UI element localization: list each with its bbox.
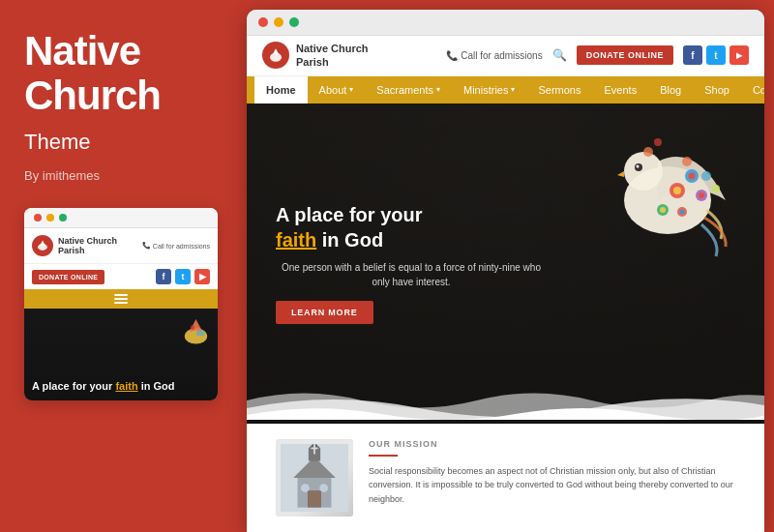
mobile-bird-decoration <box>179 316 213 356</box>
svg-point-27 <box>654 138 662 146</box>
mobile-dot-green <box>59 214 67 222</box>
hero-cta-button[interactable]: LEARN MORE <box>276 301 373 324</box>
svg-rect-37 <box>319 484 328 492</box>
site-logo-name: Native Church Parish <box>296 42 369 70</box>
theme-title: Native Church <box>24 29 218 118</box>
theme-subtitle: Theme <box>24 130 218 155</box>
phone-icon: 📞 <box>446 50 458 61</box>
nav-chevron-about: ▾ <box>349 85 353 94</box>
mobile-social-icons: f t ▶ <box>156 269 210 284</box>
browser-dot-green[interactable] <box>289 17 299 27</box>
svg-marker-7 <box>272 49 280 56</box>
mobile-bird-logo <box>36 239 49 252</box>
nav-item-about[interactable]: About ▾ <box>308 76 366 103</box>
svg-point-25 <box>712 185 720 192</box>
mobile-hero-text: A place for your faith in God <box>32 379 175 393</box>
svg-marker-3 <box>190 319 203 332</box>
nav-item-blog[interactable]: Blog <box>648 76 693 103</box>
nav-item-contacts[interactable]: Contacts <box>741 76 764 103</box>
site-logo-area: Native Church Parish <box>262 42 369 70</box>
svg-rect-36 <box>301 484 310 492</box>
site-donate-button[interactable]: DONATE ONLINE <box>577 45 673 65</box>
browser-window: Native Church Parish 📞 Call for admissio… <box>247 10 764 532</box>
mobile-twitter-icon[interactable]: t <box>175 269 191 284</box>
mobile-youtube-icon[interactable]: ▶ <box>194 269 210 284</box>
svg-point-4 <box>191 326 195 331</box>
nav-item-home[interactable]: Home <box>254 76 308 103</box>
hamburger-line-3 <box>114 302 128 304</box>
hero-bird-decoration <box>590 113 745 268</box>
nav-item-shop[interactable]: Shop <box>693 76 741 103</box>
svg-point-20 <box>699 192 704 198</box>
mobile-bird-svg <box>179 316 213 350</box>
hero-wave <box>247 381 764 424</box>
hero-text-area: A place for your faith in God One person… <box>276 202 547 324</box>
svg-point-24 <box>701 171 711 181</box>
search-icon[interactable]: 🔍 <box>552 48 567 62</box>
site-header-right: 📞 Call for admissions 🔍 DONATE ONLINE f … <box>446 45 749 65</box>
browser-content: Native Church Parish 📞 Call for admissio… <box>247 36 764 532</box>
site-social-icons: f t ▶ <box>683 45 749 65</box>
nav-chevron-sacraments: ▾ <box>436 85 440 94</box>
site-header: Native Church Parish 📞 Call for admissio… <box>247 36 764 76</box>
svg-point-26 <box>643 147 653 157</box>
mission-image <box>276 439 353 517</box>
mobile-site-header: Native Church Parish 📞 Call for admissio… <box>24 228 218 264</box>
svg-point-2 <box>185 329 207 344</box>
mobile-hamburger-bar <box>24 289 218 309</box>
svg-point-22 <box>680 209 685 214</box>
theme-author: By imithemes <box>24 168 218 183</box>
hamburger-line-2 <box>114 298 128 300</box>
site-bird-logo <box>267 46 284 64</box>
svg-point-23 <box>682 157 692 166</box>
svg-point-14 <box>673 187 681 194</box>
nav-item-sacraments[interactable]: Sacraments ▾ <box>365 76 452 103</box>
nav-chevron-ministries: ▾ <box>511 85 515 94</box>
browser-dot-red[interactable] <box>258 17 268 27</box>
svg-marker-1 <box>40 241 45 247</box>
mission-label: OUR MISSION <box>369 439 735 449</box>
mission-body: Social responsibility becomes an aspect … <box>369 464 735 506</box>
nav-item-ministries[interactable]: Ministries ▾ <box>452 76 526 103</box>
mobile-hero-section: A place for your faith in God <box>24 309 218 400</box>
mobile-donate-bar: DONATE ONLINE f t ▶ <box>24 264 218 289</box>
site-logo-icon <box>262 42 289 69</box>
svg-point-11 <box>637 164 640 167</box>
mission-section: OUR MISSION Social responsibility become… <box>247 424 764 532</box>
mission-text-area: OUR MISSION Social responsibility become… <box>369 439 735 506</box>
nav-item-sermons[interactable]: Sermons <box>526 76 592 103</box>
browser-dot-yellow[interactable] <box>274 17 283 27</box>
site-hero-section: A place for your faith in God One person… <box>247 103 764 424</box>
site-youtube-icon[interactable]: ▶ <box>729 45 749 65</box>
mobile-logo-area: Native Church Parish <box>32 235 117 256</box>
svg-rect-35 <box>308 490 321 508</box>
hamburger-line-1 <box>114 294 128 296</box>
mobile-logo-icon <box>32 235 53 256</box>
mission-church-svg <box>281 444 348 512</box>
site-twitter-icon[interactable]: t <box>706 45 726 65</box>
mission-underline <box>369 455 398 457</box>
hero-title: A place for your faith in God <box>276 202 547 252</box>
left-sidebar: Native Church Theme By imithemes Native … <box>0 0 242 532</box>
mobile-church-name: Native Church Parish <box>58 236 117 257</box>
mobile-dot-red <box>34 214 42 222</box>
mobile-browser-bar <box>24 208 218 228</box>
svg-marker-12 <box>617 171 624 177</box>
mobile-facebook-icon[interactable]: f <box>156 269 171 284</box>
mobile-call-label: 📞 Call for admissions <box>142 242 210 250</box>
mobile-preview-card: Native Church Parish 📞 Call for admissio… <box>24 208 218 400</box>
mobile-dot-yellow <box>46 214 54 222</box>
site-facebook-icon[interactable]: f <box>683 45 702 65</box>
svg-point-16 <box>689 172 696 179</box>
site-navigation: Home About ▾ Sacraments ▾ Ministries ▾ S… <box>247 76 764 103</box>
svg-point-5 <box>196 331 205 337</box>
hero-subtitle: One person with a belief is equal to a f… <box>276 260 547 289</box>
mobile-donate-button[interactable]: DONATE ONLINE <box>32 270 104 284</box>
site-call-label: 📞 Call for admissions <box>446 50 542 61</box>
browser-chrome <box>247 10 764 36</box>
svg-point-9 <box>624 152 663 191</box>
wave-svg <box>247 381 764 420</box>
nav-item-events[interactable]: Events <box>593 76 649 103</box>
svg-point-18 <box>660 207 666 213</box>
hamburger-icon[interactable] <box>114 294 128 304</box>
